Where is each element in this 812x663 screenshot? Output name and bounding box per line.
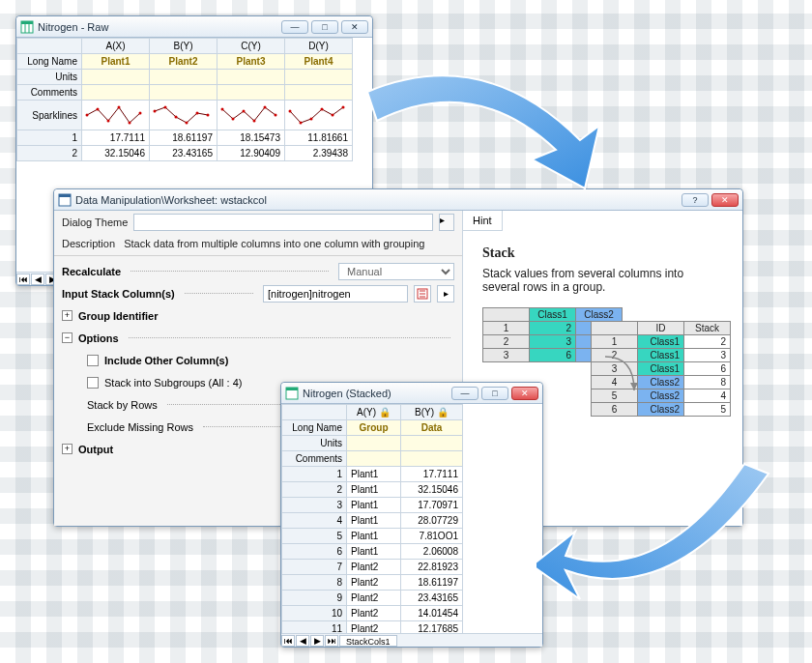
- hint-text: several rows in a group.: [482, 280, 723, 294]
- data-cell[interactable]: 17.7111: [401, 467, 463, 482]
- stack-by-rows-label: Stack by Rows: [87, 399, 158, 411]
- maximize-button[interactable]: □: [311, 20, 338, 34]
- svg-point-25: [321, 108, 324, 111]
- col-header[interactable]: B(Y) 🔒: [401, 405, 463, 420]
- subgroups-label: Stack into Subgroups (All : 4): [104, 377, 242, 389]
- nav-first-icon[interactable]: ⏮: [281, 635, 295, 647]
- col-header[interactable]: B(Y): [150, 39, 218, 54]
- data-cell[interactable]: Plant1: [347, 544, 401, 560]
- svg-point-9: [139, 112, 142, 115]
- longname-cell[interactable]: Plant3: [218, 54, 285, 70]
- row-header: Units: [17, 70, 82, 85]
- data-cell[interactable]: 32.15046: [401, 482, 463, 498]
- data-cell[interactable]: 23.43165: [401, 591, 463, 606]
- longname-cell[interactable]: Plant4: [285, 54, 353, 70]
- svg-point-16: [221, 108, 224, 111]
- help-button[interactable]: ?: [682, 193, 709, 207]
- worksheet-table[interactable]: A(Y) 🔒 B(Y) 🔒 Long NameGroupData Units C…: [281, 404, 463, 633]
- sheet-tab[interactable]: StackCols1: [339, 635, 397, 647]
- include-other-checkbox[interactable]: [87, 355, 99, 366]
- flyout-button[interactable]: ▸: [437, 285, 454, 303]
- tree-collapse-icon[interactable]: −: [62, 332, 72, 343]
- data-cell[interactable]: 12.17685: [401, 621, 463, 634]
- sparkline: [150, 101, 218, 130]
- dialog-icon: [58, 193, 72, 207]
- titlebar[interactable]: Nitrogen (Stacked) — □ ✕: [281, 383, 542, 404]
- hint-tab[interactable]: Hint: [463, 211, 503, 231]
- tree-expand-icon[interactable]: +: [62, 310, 72, 321]
- data-cell[interactable]: 18.61197: [401, 575, 463, 591]
- worksheet-table[interactable]: A(X) B(Y) C(Y) D(Y) Long Name Plant1 Pla…: [16, 38, 353, 161]
- close-button[interactable]: ✕: [711, 193, 739, 207]
- row-index: 2: [282, 482, 347, 498]
- col-header[interactable]: D(Y): [285, 39, 353, 54]
- titlebar[interactable]: Nitrogen - Raw — □ ✕: [16, 16, 372, 38]
- minimize-button[interactable]: —: [281, 20, 308, 34]
- data-cell[interactable]: 28.07729: [401, 513, 463, 529]
- worksheet-icon: [20, 20, 34, 34]
- data-cell[interactable]: Plant2: [347, 591, 401, 606]
- theme-label: Dialog Theme: [62, 216, 128, 228]
- svg-point-10: [154, 110, 157, 113]
- tree-expand-icon[interactable]: +: [62, 444, 72, 454]
- column-picker-button[interactable]: [414, 285, 431, 303]
- sheet-tabbar[interactable]: ⏮ ◀ ▶ ⏭ StackCols1: [281, 633, 542, 647]
- row-header: Comments: [17, 85, 82, 101]
- svg-point-13: [186, 122, 188, 125]
- minimize-button[interactable]: —: [451, 387, 478, 400]
- row-index: 10: [282, 606, 347, 621]
- theme-input[interactable]: [133, 214, 433, 231]
- corner-cell: [17, 39, 82, 54]
- data-cell[interactable]: Plant1: [347, 482, 401, 498]
- row-index: 4: [282, 513, 347, 529]
- description-text: Stack data from multiple columns into on…: [124, 238, 424, 249]
- sparkline: [82, 101, 150, 130]
- data-cell[interactable]: Plant1: [347, 529, 401, 544]
- data-cell[interactable]: Plant2: [347, 606, 401, 621]
- svg-point-12: [175, 116, 178, 119]
- data-cell[interactable]: Plant1: [347, 467, 401, 482]
- theme-dropdown-button[interactable]: ▸: [439, 214, 454, 231]
- worksheet-icon: [285, 387, 299, 400]
- options-label: Options: [78, 332, 119, 344]
- maximize-button[interactable]: □: [481, 387, 508, 400]
- nav-last-icon[interactable]: ⏭: [325, 635, 338, 647]
- data-cell[interactable]: 14.01454: [401, 606, 463, 621]
- col-header[interactable]: A(X): [82, 39, 150, 54]
- row-index: 7: [282, 560, 347, 575]
- nav-first-icon[interactable]: ⏮: [16, 274, 30, 285]
- nav-next-icon[interactable]: ▶: [310, 635, 324, 647]
- titlebar[interactable]: Data Manipulation\Worksheet: wstackcol ?…: [54, 189, 742, 211]
- col-header[interactable]: A(Y) 🔒: [347, 405, 401, 420]
- longname-cell[interactable]: Plant2: [150, 54, 218, 70]
- data-cell[interactable]: Plant1: [347, 498, 401, 513]
- nav-prev-icon[interactable]: ◀: [31, 274, 44, 285]
- row-index: 11: [282, 621, 347, 634]
- hint-title: Stack: [482, 245, 723, 261]
- row-index: 6: [282, 544, 347, 560]
- col-header[interactable]: C(Y): [218, 39, 285, 54]
- window-title: Nitrogen - Raw: [38, 21, 277, 33]
- data-cell[interactable]: Plant2: [347, 560, 401, 575]
- close-button[interactable]: ✕: [341, 20, 368, 34]
- recalculate-label: Recalculate: [62, 266, 121, 277]
- row-header: Long Name: [17, 54, 82, 70]
- subgroups-checkbox[interactable]: [87, 377, 99, 389]
- close-button[interactable]: ✕: [511, 387, 538, 400]
- svg-point-21: [275, 114, 277, 117]
- data-cell[interactable]: 22.81923: [401, 560, 463, 575]
- data-cell[interactable]: Plant2: [347, 621, 401, 634]
- data-cell[interactable]: Plant2: [347, 575, 401, 591]
- input-columns-field[interactable]: [263, 285, 408, 303]
- svg-rect-29: [59, 194, 71, 197]
- data-cell[interactable]: 7.81OO1: [401, 529, 463, 544]
- longname-cell[interactable]: Plant1: [82, 54, 150, 70]
- data-cell[interactable]: 2.06008: [401, 544, 463, 560]
- svg-point-15: [207, 114, 210, 117]
- svg-point-23: [300, 122, 303, 125]
- recalculate-combo[interactable]: Manual: [338, 263, 454, 280]
- hint-text: Stack values from several columns into: [482, 267, 723, 280]
- data-cell[interactable]: 17.70971: [401, 498, 463, 513]
- nav-prev-icon[interactable]: ◀: [296, 635, 309, 647]
- data-cell[interactable]: Plant1: [347, 513, 401, 529]
